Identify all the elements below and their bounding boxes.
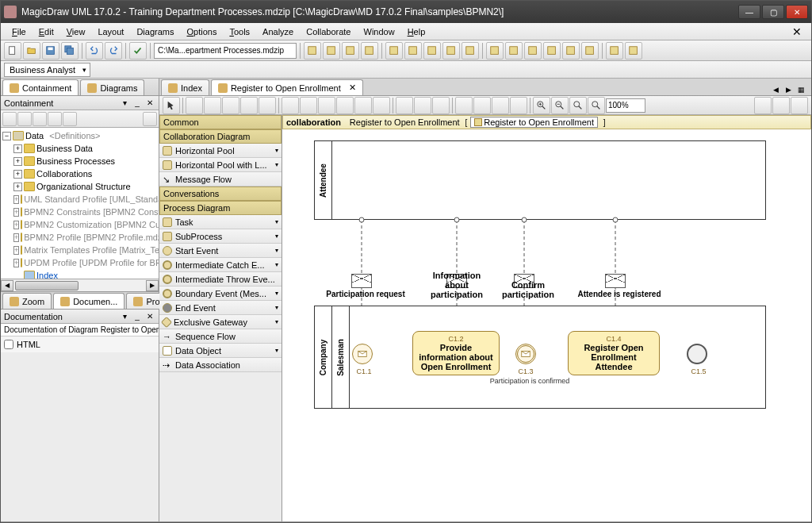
tree-btn-5[interactable]	[63, 112, 77, 126]
diagram-btn-10[interactable]	[486, 42, 504, 60]
diagram-btn-5[interactable]	[385, 42, 403, 60]
project-path[interactable]: C:\Ma...epartment Processes.mdzip	[154, 43, 297, 59]
zoom-input[interactable]: 100%	[606, 98, 645, 113]
menu-collaborate[interactable]: Collaborate	[300, 25, 357, 38]
palette-group-conv[interactable]: Conversations	[159, 187, 282, 201]
tree-btn-6[interactable]	[143, 112, 157, 126]
diagram-btn-6[interactable]	[404, 42, 422, 60]
et-select-button[interactable]	[163, 97, 180, 114]
nav-prev-button[interactable]: ◀	[770, 84, 781, 95]
open-button[interactable]	[23, 42, 40, 60]
expand-icon[interactable]: +	[13, 195, 19, 204]
diagram-btn-16[interactable]	[606, 42, 623, 60]
tab-register[interactable]: Register to Open Enrollment✕	[211, 79, 363, 95]
documentation-text[interactable]: Documentation of Diagram Register to Ope…	[1, 324, 159, 336]
palette-intthrow[interactable]: Intermediate Throw Eve...	[159, 272, 282, 286]
diagram-btn-8[interactable]	[442, 42, 460, 60]
et-btn[interactable]	[772, 97, 790, 114]
et-btn[interactable]	[473, 97, 491, 114]
menu-layout[interactable]: Layout	[91, 25, 130, 38]
palette-dataobj[interactable]: Data Object▾	[159, 344, 282, 358]
palette-group-collab[interactable]: Collaboration Diagram	[159, 129, 282, 144]
menu-tools[interactable]: Tools	[223, 25, 256, 38]
expand-icon[interactable]: +	[13, 233, 19, 242]
expand-icon[interactable]: +	[13, 259, 19, 267]
et-btn[interactable]	[204, 97, 221, 114]
et-btn[interactable]	[396, 97, 413, 114]
diagram-btn-9[interactable]	[462, 42, 479, 60]
panel-menu-button[interactable]: ▾	[119, 311, 130, 322]
diagram-btn-13[interactable]	[543, 42, 561, 60]
et-btn[interactable]	[259, 97, 276, 114]
mdi-close-button[interactable]: ✕	[787, 25, 806, 38]
diagram-btn-7[interactable]	[423, 42, 441, 60]
expand-icon[interactable]: +	[13, 246, 19, 255]
palette-hpool[interactable]: Horizontal Pool▾	[159, 144, 282, 158]
task-provide-info[interactable]: C1.2 Provideinformation aboutOpen Enroll…	[412, 331, 500, 375]
zoom-100-button[interactable]	[588, 97, 605, 114]
minimize-button[interactable]: —	[738, 5, 760, 19]
containment-tree[interactable]: −Data <Definitions> +Business Data +Busi…	[1, 128, 159, 279]
zoom-out-button[interactable]	[551, 97, 569, 114]
panel-close-button[interactable]: ✕	[144, 98, 155, 109]
zoom-in-button[interactable]	[533, 97, 550, 114]
pool-attendee[interactable]: Attendee	[314, 140, 766, 220]
palette-msgflow[interactable]: ↘Message Flow	[159, 172, 282, 187]
palette-hpooll[interactable]: Horizontal Pool with L...▾	[159, 158, 282, 172]
expand-icon[interactable]: −	[2, 132, 11, 140]
et-btn[interactable]	[754, 97, 772, 114]
et-btn[interactable]	[510, 97, 527, 114]
diagram-btn-17[interactable]	[625, 42, 642, 60]
redo-button[interactable]	[105, 42, 122, 60]
close-button[interactable]: ✕	[786, 5, 808, 19]
scroll-right-button[interactable]: ▶	[146, 280, 159, 291]
validate-button[interactable]	[129, 42, 147, 60]
diagram-btn-1[interactable]	[304, 42, 321, 60]
tree-btn-2[interactable]	[17, 112, 32, 126]
diagram-btn-3[interactable]	[342, 42, 359, 60]
menu-analyze[interactable]: Analyze	[256, 25, 300, 38]
diagram-btn-2[interactable]	[323, 42, 340, 60]
palette-dataassoc[interactable]: ⇢Data Association	[159, 358, 282, 372]
et-btn[interactable]	[240, 97, 258, 114]
et-btn[interactable]	[791, 97, 808, 114]
diagram-btn-14[interactable]	[562, 42, 580, 60]
tab-index[interactable]: Index	[161, 79, 209, 95]
et-btn[interactable]	[318, 97, 335, 114]
expand-icon[interactable]: +	[13, 157, 22, 166]
menu-edit[interactable]: Edit	[33, 25, 60, 38]
nav-list-button[interactable]: ▦	[795, 84, 806, 95]
menu-diagrams[interactable]: Diagrams	[130, 25, 180, 38]
expand-icon[interactable]: +	[13, 183, 22, 191]
diagram-btn-11[interactable]	[505, 42, 523, 60]
tab-zoom[interactable]: Zoom	[2, 293, 52, 309]
start-event[interactable]	[352, 344, 373, 364]
expand-icon[interactable]: +	[13, 144, 22, 153]
et-btn[interactable]	[222, 97, 239, 114]
panel-min-button[interactable]: _	[132, 311, 143, 322]
tree-btn-4[interactable]	[48, 112, 62, 126]
role-selector[interactable]: Business Analyst	[4, 63, 90, 77]
panel-min-button[interactable]: _	[132, 98, 143, 109]
palette-boundary[interactable]: Boundary Event (Mes...▾	[159, 286, 282, 301]
menu-view[interactable]: View	[60, 25, 92, 38]
end-event[interactable]	[687, 344, 707, 364]
palette-end[interactable]: End Event▾	[159, 301, 282, 315]
tree-btn-1[interactable]	[2, 112, 17, 126]
task-register-attendee[interactable]: C1.4 Register OpenEnrollmentAttendee	[568, 331, 660, 375]
diagram-canvas[interactable]: collaboration Register to Open Enrollmen…	[282, 115, 811, 521]
html-checkbox[interactable]	[4, 340, 13, 349]
palette-xgate[interactable]: Exclusive Gateway▾	[159, 315, 282, 329]
palette-group-proc[interactable]: Process Diagram	[159, 201, 282, 215]
et-btn[interactable]	[336, 97, 354, 114]
tab-documentation[interactable]: Documen...	[53, 293, 124, 309]
diagram-btn-4[interactable]	[361, 42, 378, 60]
tab-diagrams[interactable]: Diagrams	[80, 79, 144, 95]
maximize-button[interactable]: ▢	[762, 5, 784, 19]
palette-subp[interactable]: SubProcess▾	[159, 229, 282, 244]
et-btn[interactable]	[455, 97, 473, 114]
diagram-btn-12[interactable]	[524, 42, 542, 60]
panel-close-button[interactable]: ✕	[144, 311, 155, 322]
new-button[interactable]	[4, 42, 21, 60]
tab-containment[interactable]: Containment	[2, 79, 79, 95]
